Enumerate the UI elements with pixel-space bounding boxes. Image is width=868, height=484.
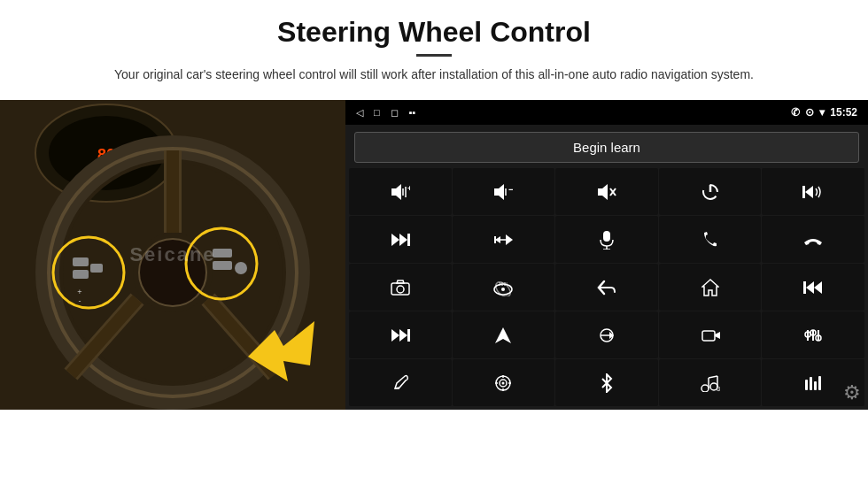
svg-point-51 [397, 286, 404, 293]
svg-text:−: − [508, 184, 513, 195]
right-panel: ◁ □ ◻ ▪▪ ✆ ⊙ ▾ 15:52 Begin learn [345, 100, 868, 410]
settings-gear-icon[interactable]: ⚙ [843, 381, 861, 404]
home-button[interactable] [659, 264, 762, 311]
360-view-button[interactable]: 360° [453, 264, 555, 311]
skip-forward-button[interactable] [453, 216, 555, 263]
music-button[interactable]: ⚙ [659, 359, 762, 406]
svg-rect-90 [805, 380, 808, 390]
svg-rect-63 [407, 329, 410, 342]
svg-rect-91 [810, 377, 812, 390]
end-call-button[interactable] [762, 216, 864, 263]
svg-marker-30 [494, 184, 504, 200]
back-button[interactable] [555, 264, 658, 311]
next-track-button[interactable] [349, 216, 452, 263]
vol-up-button[interactable]: + [349, 168, 452, 215]
svg-text:+: + [77, 288, 81, 296]
svg-marker-38 [805, 186, 813, 198]
wifi-status-icon: ▾ [819, 106, 825, 119]
status-right: ✆ ⊙ ▾ 15:52 [791, 106, 857, 119]
vol-down-button[interactable]: − [453, 168, 555, 215]
svg-rect-19 [90, 264, 103, 273]
target-button[interactable] [453, 359, 555, 406]
signal-icon: ▪▪ [409, 107, 416, 118]
svg-rect-17 [73, 257, 89, 266]
steering-wheel-bg: 80 [0, 100, 345, 410]
svg-marker-26 [391, 184, 401, 200]
camera2-button[interactable] [659, 311, 762, 358]
prev-track-button[interactable] [762, 264, 864, 311]
call-button[interactable] [659, 216, 762, 263]
svg-marker-33 [598, 184, 608, 200]
svg-rect-39 [802, 186, 805, 198]
svg-point-24 [235, 262, 247, 274]
svg-marker-52 [397, 280, 404, 283]
camera-button[interactable] [349, 264, 452, 311]
status-left: ◁ □ ◻ ▪▪ [356, 107, 415, 119]
svg-text:+: + [407, 184, 410, 193]
draw-button[interactable] [349, 359, 452, 406]
phone-status-icon: ✆ [791, 106, 800, 119]
phone-prev-button[interactable] [762, 168, 864, 215]
location-status-icon: ⊙ [805, 106, 814, 119]
svg-rect-93 [818, 376, 821, 390]
page-container: Steering Wheel Control Your original car… [0, 0, 868, 484]
svg-rect-92 [814, 381, 817, 390]
begin-learn-row: Begin learn [345, 125, 868, 168]
time-display: 15:52 [830, 106, 857, 119]
navigate-button[interactable] [453, 311, 555, 358]
svg-rect-22 [213, 249, 232, 257]
svg-marker-69 [715, 332, 720, 339]
svg-text:360°: 360° [499, 281, 508, 287]
home-nav-icon[interactable]: □ [374, 107, 380, 118]
mic-button[interactable] [555, 216, 658, 263]
svg-marker-41 [399, 234, 407, 246]
svg-marker-44 [506, 234, 513, 245]
title-divider [416, 54, 452, 57]
mute-button[interactable] [555, 168, 658, 215]
begin-learn-button[interactable]: Begin learn [354, 132, 859, 163]
page-title: Steering Wheel Control [53, 16, 815, 49]
svg-line-88 [709, 376, 717, 378]
svg-rect-68 [702, 331, 715, 341]
svg-point-8 [139, 239, 206, 306]
svg-marker-57 [702, 280, 718, 296]
header-section: Steering Wheel Control Your original car… [0, 0, 868, 93]
svg-rect-60 [803, 281, 806, 294]
back-nav-icon[interactable]: ◁ [356, 107, 363, 119]
source-button[interactable] [555, 311, 658, 358]
svg-text:⚙: ⚙ [716, 386, 720, 392]
left-panel: 80 [0, 100, 345, 410]
svg-rect-42 [407, 234, 410, 246]
fast-forward-button[interactable] [349, 311, 452, 358]
subtitle: Your original car's steering wheel contr… [89, 65, 779, 84]
svg-text:-: - [79, 296, 81, 305]
equalizer-button[interactable] [762, 311, 864, 358]
svg-rect-47 [603, 231, 610, 242]
steering-wheel-svg: 80 [0, 100, 345, 410]
svg-marker-62 [399, 329, 407, 342]
button-grid: + − [345, 168, 868, 410]
svg-marker-61 [391, 329, 399, 342]
status-bar: ◁ □ ◻ ▪▪ ✆ ⊙ ▾ 15:52 [345, 100, 868, 125]
svg-rect-23 [213, 261, 232, 270]
svg-marker-40 [391, 234, 399, 246]
power-button[interactable] [659, 168, 762, 215]
svg-marker-59 [806, 281, 814, 294]
svg-rect-18 [73, 270, 89, 279]
svg-point-84 [701, 385, 709, 392]
svg-point-79 [502, 381, 505, 384]
content-area: 80 [0, 100, 868, 410]
svg-marker-67 [609, 332, 614, 339]
svg-marker-64 [495, 327, 511, 343]
recent-nav-icon[interactable]: ◻ [391, 107, 399, 119]
bluetooth-button[interactable] [555, 359, 658, 406]
right-panel-wrapper: ◁ □ ◻ ▪▪ ✆ ⊙ ▾ 15:52 Begin learn [345, 100, 868, 410]
svg-point-55 [501, 288, 505, 291]
svg-marker-58 [814, 281, 822, 294]
